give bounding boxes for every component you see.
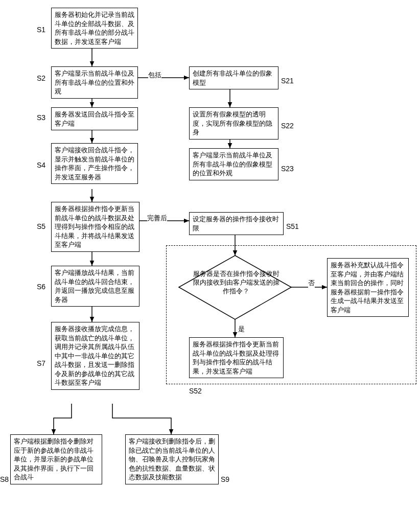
- step-s1: 服务器初始化并记录当前战斗单位的全部战斗数据、及所有非战斗单位的部分战斗数据，并…: [51, 8, 138, 49]
- step-s21: 创建所有非战斗单位的假象模型: [189, 66, 278, 89]
- label-s9: S9: [221, 475, 229, 483]
- step-s6: 客户端播放战斗结果，当前战斗单位的战斗回合结束，并返回一播放完成信息至服务器: [51, 266, 139, 307]
- label-s5: S5: [37, 222, 45, 230]
- label-s6: S6: [37, 283, 45, 291]
- label-s21: S21: [281, 77, 294, 85]
- step-s7: 服务器接收播放完成信息，获取当前战亡的战斗单位，调用并记录其所属战斗队伍中其中一…: [51, 322, 139, 390]
- label-s52: S52: [189, 387, 202, 395]
- label-s1: S1: [37, 26, 45, 34]
- label-s3: S3: [37, 113, 45, 122]
- step-s52-no: 服务器补充默认战斗指令至客户端，并由客户端结束当前回合的操作，同时服务器根据前一…: [327, 258, 409, 317]
- label-s2: S2: [37, 74, 45, 82]
- step-s4: 客户端接收回合战斗指令，显示并触发当前战斗单位的操作界面，产生操作指令，并发送至…: [51, 143, 138, 184]
- edge-no: 否: [308, 278, 315, 288]
- label-s22: S22: [281, 122, 294, 130]
- label-s8: S8: [0, 475, 9, 483]
- step-s9: 客户端接收到删除指令后，删除已战亡的当前战斗单位的人物、召唤兽及非人控制玩家角色…: [125, 434, 219, 484]
- step-s5: 服务器根据操作指令更新当前战斗单位的战斗数据及处理得到与操作指令相应的战斗结果，…: [51, 202, 139, 252]
- step-s8: 客户端根据删除指令删除对应于新的参战单位的非战斗单位，并显示新的参战单位及其操作…: [10, 434, 102, 484]
- label-s51: S51: [286, 222, 299, 230]
- edge-after-improve: 完善后: [147, 214, 167, 223]
- step-s51: 设定服务器的操作指令接收时限: [189, 212, 284, 235]
- step-s2: 客户端显示当前战斗单位及所有非战斗单位的位置和外观: [51, 66, 138, 99]
- edge-yes: 是: [238, 324, 245, 334]
- step-s23: 客户端显示当前战斗单位及所有非战斗单位的假象模型的位置和外观: [189, 148, 278, 180]
- decision-s52: 服务器是否在操作指令接收时限内接收到由客户端发送的操作指令？: [190, 270, 282, 296]
- label-s23: S23: [281, 165, 294, 173]
- step-s22: 设置所有假象模型的透明度，实现所有假象模型的隐身: [189, 107, 278, 140]
- step-s3: 服务器发送回合战斗指令至客户端: [51, 107, 138, 130]
- edge-includes: 包括: [148, 71, 161, 80]
- label-s7: S7: [37, 359, 45, 367]
- label-s4: S4: [37, 161, 45, 169]
- step-s52-yes: 服务器根据操作指令更新当前战斗单位的战斗数据及处理得到与操作指令相应的战斗结果，…: [189, 337, 284, 378]
